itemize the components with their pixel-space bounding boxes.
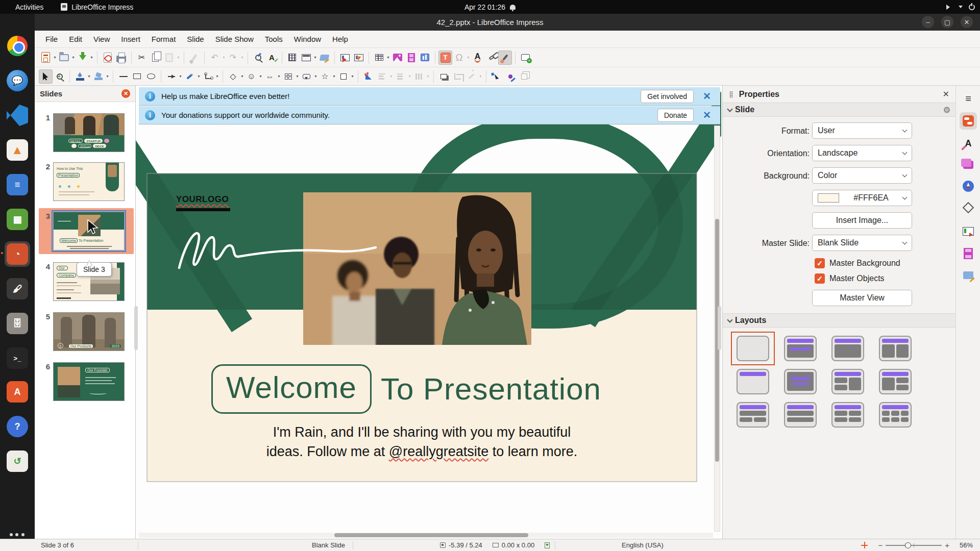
connectors-dropdown[interactable]: ▾ [215, 74, 219, 79]
dock-files-icon[interactable]: 🗄 [5, 311, 30, 336]
orientation-select[interactable]: Landscape [812, 145, 912, 161]
curves-polygons-button[interactable] [183, 69, 197, 84]
rotate-button[interactable] [361, 69, 375, 84]
dock-gimp-icon[interactable]: 🖌 [5, 276, 30, 302]
star-shapes-button[interactable]: ☆ [318, 69, 332, 84]
tab-properties[interactable] [960, 112, 977, 130]
undo-dropdown[interactable]: ▾ [222, 55, 226, 60]
banner-close-icon[interactable]: ✕ [700, 90, 714, 102]
3d-objects-button[interactable] [336, 69, 350, 84]
line-color-dropdown[interactable]: ▾ [87, 74, 91, 79]
fontwork-button[interactable]: A [471, 51, 484, 65]
distribute-dropdown[interactable]: ▾ [426, 74, 430, 79]
minimize-button[interactable]: – [922, 16, 934, 28]
save-button[interactable] [76, 51, 89, 65]
special-character-button[interactable]: Ω [452, 51, 466, 65]
arrows-dropdown[interactable]: ▾ [178, 74, 183, 79]
dock-vlc-icon[interactable]: ▲ [5, 137, 30, 163]
layout-blank[interactable] [737, 336, 769, 361]
menu-edit[interactable]: Edit [64, 33, 87, 45]
arrange-dropdown[interactable]: ▾ [407, 74, 412, 79]
block-arrows-button[interactable]: ⇔ [263, 69, 277, 84]
symbol-shapes-button[interactable]: ☺ [244, 69, 258, 84]
zoom-slider-knob[interactable] [905, 542, 911, 548]
clock[interactable]: Apr 22 01:26 [464, 3, 516, 11]
export-pdf-button[interactable] [101, 51, 114, 65]
distribute-button[interactable] [412, 69, 426, 84]
3d-objects-dropdown[interactable]: ▾ [350, 74, 355, 79]
insert-line-button[interactable] [116, 69, 130, 84]
fill-color-dropdown[interactable]: ▾ [105, 74, 110, 79]
slides-panel-close-icon[interactable]: ✕ [121, 89, 130, 98]
layout-2rows[interactable] [784, 402, 817, 428]
slide-thumbnail-5[interactable]: 5 2 Our Products 2023 [40, 312, 133, 351]
menu-view[interactable]: View [89, 33, 114, 45]
layout-two-content[interactable] [879, 336, 912, 361]
insert-ellipse-button[interactable] [144, 69, 158, 84]
stars-dropdown[interactable]: ▾ [332, 74, 336, 79]
slide-thumbnail-3-selected[interactable]: 3 Welcome To Presentation [40, 212, 133, 251]
master-slide-select[interactable]: Blank Slide [812, 235, 912, 251]
clone-formatting-button[interactable] [187, 51, 201, 65]
basic-shapes-button[interactable]: ◇ [226, 69, 240, 84]
menu-file[interactable]: File [41, 33, 62, 45]
insert-chart-button[interactable] [418, 51, 432, 65]
cut-button[interactable]: ✂ [135, 51, 149, 65]
notes-view-button[interactable] [317, 51, 331, 65]
flowchart-dropdown[interactable]: ▾ [295, 74, 300, 79]
window-title-bar[interactable]: 42_2.pptx - LibreOffice Impress – ▢ ✕ [0, 14, 980, 31]
spelling-button[interactable]: A [265, 51, 279, 65]
align-dropdown[interactable]: ▾ [389, 74, 394, 79]
redo-dropdown[interactable]: ▾ [240, 55, 244, 60]
zoom-level[interactable]: 56% [954, 539, 980, 551]
dock-terminal-icon[interactable]: >_ [5, 345, 30, 371]
banner-close-icon[interactable]: ✕ [700, 109, 714, 121]
callout-dropdown[interactable]: ▾ [313, 74, 318, 79]
layout-2content-content[interactable] [831, 369, 864, 394]
block-arrows-dropdown[interactable]: ▾ [277, 74, 281, 79]
open-dropdown[interactable]: ▾ [71, 55, 76, 60]
connectors-button[interactable] [201, 69, 215, 84]
status-save-indicator[interactable] [540, 539, 555, 551]
layout-6content[interactable] [879, 402, 912, 428]
menu-window[interactable]: Window [289, 33, 326, 45]
donate-button[interactable]: Donate [657, 109, 694, 122]
menu-help[interactable]: Help [328, 33, 353, 45]
open-button[interactable] [57, 51, 71, 65]
display-views-dropdown[interactable]: ▾ [313, 55, 317, 60]
dock-snap-store-icon[interactable]: ↺ [5, 448, 30, 474]
layout-title-only[interactable] [737, 369, 769, 394]
tab-master-slides[interactable] [960, 266, 977, 284]
properties-close-icon[interactable]: ✕ [943, 89, 949, 99]
tab-animation[interactable] [960, 245, 977, 262]
dock-software-icon[interactable]: A [5, 379, 30, 405]
background-select[interactable]: Color [812, 167, 912, 184]
symbol-shapes-dropdown[interactable]: ▾ [258, 74, 263, 79]
app-menu[interactable]: LibreOffice Impress [61, 3, 133, 11]
glue-points-button[interactable] [503, 69, 517, 84]
zoom-slider[interactable] [886, 545, 942, 546]
activities-button[interactable]: Activities [15, 3, 43, 11]
maximize-button[interactable]: ▢ [941, 16, 953, 28]
layout-content-2content-b[interactable] [737, 402, 769, 428]
slide-section-gear-icon[interactable]: ⚙ [943, 105, 950, 115]
layout-4content[interactable] [831, 402, 864, 428]
slide-section-chevron-icon[interactable] [727, 106, 732, 112]
dock-messenger-icon[interactable]: 💬 [5, 68, 30, 93]
slide-thumbnail-6[interactable]: 6 Our Founder [40, 362, 133, 401]
master-view-button[interactable]: Master View [812, 290, 912, 306]
line-color-button[interactable] [73, 69, 87, 84]
status-language[interactable]: English (USA) [617, 539, 669, 551]
zoom-out-icon[interactable]: − [878, 541, 883, 549]
system-tray[interactable] [946, 4, 975, 10]
image-filter-button[interactable] [464, 69, 478, 84]
special-character-dropdown[interactable]: ▾ [466, 55, 471, 60]
insert-shape-button[interactable] [519, 51, 532, 65]
menu-tools[interactable]: Tools [260, 33, 287, 45]
dock-calc-icon[interactable]: ▦ [5, 207, 30, 232]
close-button[interactable]: ✕ [961, 16, 973, 28]
master-objects-checkbox[interactable]: ✓ Master Objects [815, 273, 885, 284]
status-master-slide[interactable]: Blank Slide [138, 539, 353, 551]
zoom-in-icon[interactable]: + [945, 541, 949, 549]
status-fit-slide[interactable] [856, 539, 873, 551]
